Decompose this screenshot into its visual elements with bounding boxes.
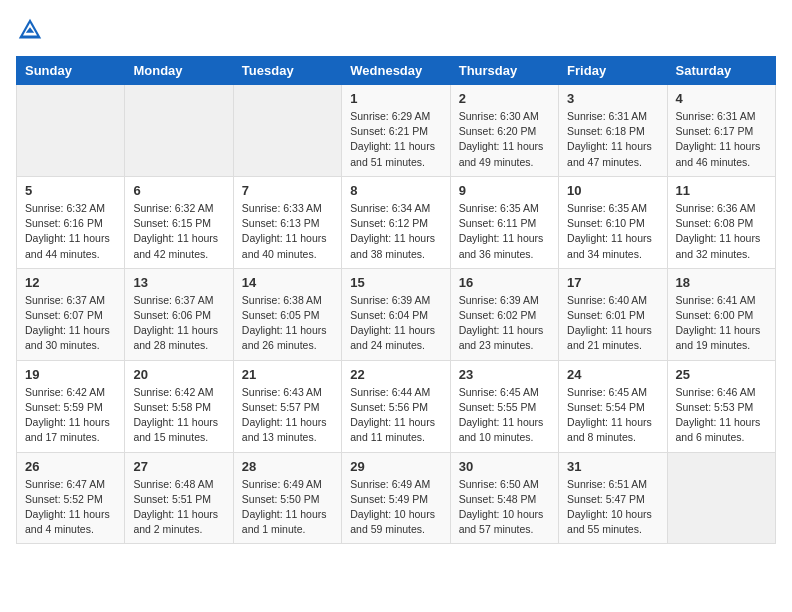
calendar-day-1: 1Sunrise: 6:29 AMSunset: 6:21 PMDaylight… (342, 85, 450, 177)
calendar-day-9: 9Sunrise: 6:35 AMSunset: 6:11 PMDaylight… (450, 176, 558, 268)
day-number: 1 (350, 91, 441, 106)
calendar-header-row: SundayMondayTuesdayWednesdayThursdayFrid… (17, 57, 776, 85)
day-info: Sunrise: 6:33 AMSunset: 6:13 PMDaylight:… (242, 201, 333, 262)
day-number: 16 (459, 275, 550, 290)
empty-cell (125, 85, 233, 177)
calendar-week-row: 19Sunrise: 6:42 AMSunset: 5:59 PMDayligh… (17, 360, 776, 452)
calendar-day-12: 12Sunrise: 6:37 AMSunset: 6:07 PMDayligh… (17, 268, 125, 360)
day-info: Sunrise: 6:49 AMSunset: 5:49 PMDaylight:… (350, 477, 441, 538)
day-info: Sunrise: 6:37 AMSunset: 6:07 PMDaylight:… (25, 293, 116, 354)
day-number: 20 (133, 367, 224, 382)
calendar-table: SundayMondayTuesdayWednesdayThursdayFrid… (16, 56, 776, 544)
day-number: 22 (350, 367, 441, 382)
empty-cell (667, 452, 775, 544)
calendar-day-29: 29Sunrise: 6:49 AMSunset: 5:49 PMDayligh… (342, 452, 450, 544)
day-number: 30 (459, 459, 550, 474)
day-info: Sunrise: 6:48 AMSunset: 5:51 PMDaylight:… (133, 477, 224, 538)
day-number: 10 (567, 183, 658, 198)
day-number: 31 (567, 459, 658, 474)
calendar-week-row: 12Sunrise: 6:37 AMSunset: 6:07 PMDayligh… (17, 268, 776, 360)
day-info: Sunrise: 6:32 AMSunset: 6:16 PMDaylight:… (25, 201, 116, 262)
day-info: Sunrise: 6:42 AMSunset: 5:59 PMDaylight:… (25, 385, 116, 446)
day-number: 6 (133, 183, 224, 198)
day-number: 15 (350, 275, 441, 290)
calendar-day-20: 20Sunrise: 6:42 AMSunset: 5:58 PMDayligh… (125, 360, 233, 452)
column-header-friday: Friday (559, 57, 667, 85)
day-number: 12 (25, 275, 116, 290)
day-number: 8 (350, 183, 441, 198)
calendar-day-28: 28Sunrise: 6:49 AMSunset: 5:50 PMDayligh… (233, 452, 341, 544)
logo-icon (16, 16, 44, 44)
day-number: 27 (133, 459, 224, 474)
calendar-day-5: 5Sunrise: 6:32 AMSunset: 6:16 PMDaylight… (17, 176, 125, 268)
day-number: 25 (676, 367, 767, 382)
calendar-day-13: 13Sunrise: 6:37 AMSunset: 6:06 PMDayligh… (125, 268, 233, 360)
calendar-day-22: 22Sunrise: 6:44 AMSunset: 5:56 PMDayligh… (342, 360, 450, 452)
calendar-day-2: 2Sunrise: 6:30 AMSunset: 6:20 PMDaylight… (450, 85, 558, 177)
day-number: 18 (676, 275, 767, 290)
calendar-day-7: 7Sunrise: 6:33 AMSunset: 6:13 PMDaylight… (233, 176, 341, 268)
day-number: 17 (567, 275, 658, 290)
calendar-week-row: 5Sunrise: 6:32 AMSunset: 6:16 PMDaylight… (17, 176, 776, 268)
day-info: Sunrise: 6:36 AMSunset: 6:08 PMDaylight:… (676, 201, 767, 262)
column-header-tuesday: Tuesday (233, 57, 341, 85)
day-info: Sunrise: 6:29 AMSunset: 6:21 PMDaylight:… (350, 109, 441, 170)
calendar-day-3: 3Sunrise: 6:31 AMSunset: 6:18 PMDaylight… (559, 85, 667, 177)
calendar-day-18: 18Sunrise: 6:41 AMSunset: 6:00 PMDayligh… (667, 268, 775, 360)
empty-cell (17, 85, 125, 177)
day-info: Sunrise: 6:34 AMSunset: 6:12 PMDaylight:… (350, 201, 441, 262)
calendar-day-24: 24Sunrise: 6:45 AMSunset: 5:54 PMDayligh… (559, 360, 667, 452)
day-info: Sunrise: 6:38 AMSunset: 6:05 PMDaylight:… (242, 293, 333, 354)
empty-cell (233, 85, 341, 177)
day-number: 24 (567, 367, 658, 382)
day-number: 23 (459, 367, 550, 382)
day-info: Sunrise: 6:43 AMSunset: 5:57 PMDaylight:… (242, 385, 333, 446)
day-info: Sunrise: 6:39 AMSunset: 6:02 PMDaylight:… (459, 293, 550, 354)
column-header-sunday: Sunday (17, 57, 125, 85)
calendar-day-30: 30Sunrise: 6:50 AMSunset: 5:48 PMDayligh… (450, 452, 558, 544)
calendar-day-26: 26Sunrise: 6:47 AMSunset: 5:52 PMDayligh… (17, 452, 125, 544)
day-number: 19 (25, 367, 116, 382)
day-info: Sunrise: 6:37 AMSunset: 6:06 PMDaylight:… (133, 293, 224, 354)
day-number: 3 (567, 91, 658, 106)
page-header (16, 16, 776, 44)
day-info: Sunrise: 6:40 AMSunset: 6:01 PMDaylight:… (567, 293, 658, 354)
calendar-day-19: 19Sunrise: 6:42 AMSunset: 5:59 PMDayligh… (17, 360, 125, 452)
day-number: 5 (25, 183, 116, 198)
day-info: Sunrise: 6:51 AMSunset: 5:47 PMDaylight:… (567, 477, 658, 538)
day-info: Sunrise: 6:31 AMSunset: 6:17 PMDaylight:… (676, 109, 767, 170)
day-info: Sunrise: 6:49 AMSunset: 5:50 PMDaylight:… (242, 477, 333, 538)
column-header-thursday: Thursday (450, 57, 558, 85)
day-info: Sunrise: 6:42 AMSunset: 5:58 PMDaylight:… (133, 385, 224, 446)
calendar-day-8: 8Sunrise: 6:34 AMSunset: 6:12 PMDaylight… (342, 176, 450, 268)
calendar-day-6: 6Sunrise: 6:32 AMSunset: 6:15 PMDaylight… (125, 176, 233, 268)
day-info: Sunrise: 6:45 AMSunset: 5:55 PMDaylight:… (459, 385, 550, 446)
day-info: Sunrise: 6:47 AMSunset: 5:52 PMDaylight:… (25, 477, 116, 538)
calendar-day-27: 27Sunrise: 6:48 AMSunset: 5:51 PMDayligh… (125, 452, 233, 544)
day-info: Sunrise: 6:30 AMSunset: 6:20 PMDaylight:… (459, 109, 550, 170)
day-info: Sunrise: 6:31 AMSunset: 6:18 PMDaylight:… (567, 109, 658, 170)
calendar-day-4: 4Sunrise: 6:31 AMSunset: 6:17 PMDaylight… (667, 85, 775, 177)
day-number: 28 (242, 459, 333, 474)
day-number: 29 (350, 459, 441, 474)
calendar-day-16: 16Sunrise: 6:39 AMSunset: 6:02 PMDayligh… (450, 268, 558, 360)
day-number: 4 (676, 91, 767, 106)
calendar-day-31: 31Sunrise: 6:51 AMSunset: 5:47 PMDayligh… (559, 452, 667, 544)
calendar-day-11: 11Sunrise: 6:36 AMSunset: 6:08 PMDayligh… (667, 176, 775, 268)
logo (16, 16, 48, 44)
day-info: Sunrise: 6:32 AMSunset: 6:15 PMDaylight:… (133, 201, 224, 262)
day-number: 2 (459, 91, 550, 106)
column-header-wednesday: Wednesday (342, 57, 450, 85)
calendar-day-21: 21Sunrise: 6:43 AMSunset: 5:57 PMDayligh… (233, 360, 341, 452)
day-info: Sunrise: 6:45 AMSunset: 5:54 PMDaylight:… (567, 385, 658, 446)
day-info: Sunrise: 6:35 AMSunset: 6:11 PMDaylight:… (459, 201, 550, 262)
day-info: Sunrise: 6:41 AMSunset: 6:00 PMDaylight:… (676, 293, 767, 354)
column-header-saturday: Saturday (667, 57, 775, 85)
calendar-day-23: 23Sunrise: 6:45 AMSunset: 5:55 PMDayligh… (450, 360, 558, 452)
day-info: Sunrise: 6:39 AMSunset: 6:04 PMDaylight:… (350, 293, 441, 354)
calendar-day-14: 14Sunrise: 6:38 AMSunset: 6:05 PMDayligh… (233, 268, 341, 360)
day-number: 7 (242, 183, 333, 198)
calendar-day-17: 17Sunrise: 6:40 AMSunset: 6:01 PMDayligh… (559, 268, 667, 360)
day-info: Sunrise: 6:44 AMSunset: 5:56 PMDaylight:… (350, 385, 441, 446)
calendar-day-10: 10Sunrise: 6:35 AMSunset: 6:10 PMDayligh… (559, 176, 667, 268)
